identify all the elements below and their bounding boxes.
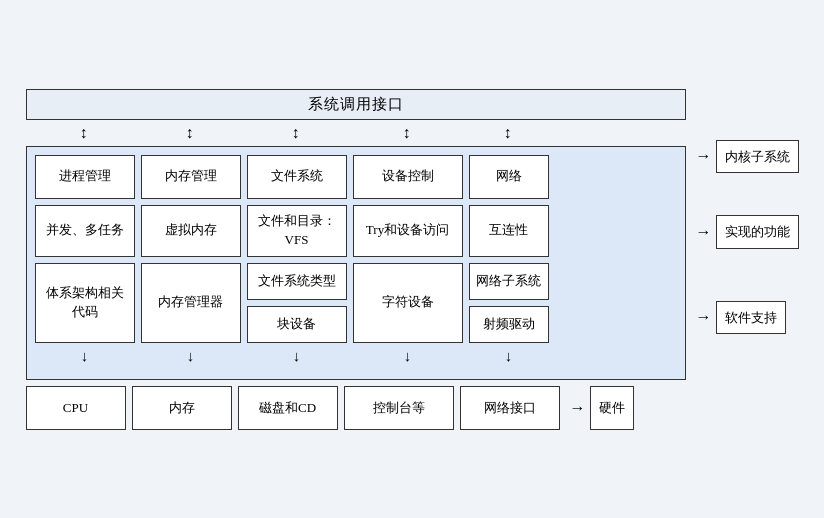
- cell-filesystem: 文件系统: [247, 155, 347, 199]
- right-label-sw: 软件支持: [696, 301, 799, 335]
- arrow-dev: [352, 120, 462, 146]
- right-label-impl: 实现的功能: [696, 215, 799, 249]
- arrow-dn-mem: [141, 347, 241, 367]
- cell-rf-driver: 射频驱动: [469, 306, 549, 343]
- cell-fs-types: 文件系统类型: [247, 263, 347, 300]
- cell-char-dev: 字符设备: [353, 263, 463, 343]
- arrow-dn-console: [353, 347, 463, 367]
- arrow-to-hardware: [570, 399, 586, 417]
- bottom-console: 控制台等: [344, 386, 454, 430]
- bottom-mem: 内存: [132, 386, 232, 430]
- cell-fs-types-group: 文件系统类型 块设备: [247, 263, 347, 343]
- arrow-net: [468, 120, 548, 146]
- bottom-cpu: CPU: [26, 386, 126, 430]
- row1: 进程管理 内存管理 文件系统 设备控制 网络: [35, 155, 677, 199]
- right-label-kernel: 内核子系统: [696, 140, 799, 174]
- arrow-fs: [246, 120, 346, 146]
- cell-mem-mgr: 内存管理器: [141, 263, 241, 343]
- arrow-proc: [34, 120, 134, 146]
- label-sw-support: 软件支持: [716, 301, 786, 335]
- hardware-group: 硬件: [570, 386, 634, 430]
- kernel-box: 进程管理 内存管理 文件系统 设备控制 网络 并发、多任务 虚拟内存 文件和目录…: [26, 146, 686, 380]
- cell-vfs: 文件和目录：VFS: [247, 205, 347, 257]
- arrow-dn-disk: [247, 347, 347, 367]
- cell-try-dev: Try和设备访问: [353, 205, 463, 257]
- cell-mem-mgmt: 内存管理: [141, 155, 241, 199]
- down-arrows-inner: [35, 347, 677, 367]
- bottom-cells: CPU 内存 磁盘和CD 控制台等 网络接口 硬件: [26, 386, 634, 430]
- bottom-netif: 网络接口: [460, 386, 560, 430]
- bottom-disk: 磁盘和CD: [238, 386, 338, 430]
- cell-network: 网络: [469, 155, 549, 199]
- cell-concurrency: 并发、多任务: [35, 205, 135, 257]
- bottom-row: CPU 内存 磁盘和CD 控制台等 网络接口 硬件: [26, 386, 634, 430]
- cell-virtual-mem: 虚拟内存: [141, 205, 241, 257]
- cell-arch-code: 体系架构相关代码: [35, 263, 135, 343]
- arrow-to-kernel: [696, 147, 712, 165]
- arrow-dn-cpu: [35, 347, 135, 367]
- label-kernel-subsys: 内核子系统: [716, 140, 799, 174]
- hardware-box: 硬件: [590, 386, 634, 430]
- cell-dev-ctrl: 设备控制: [353, 155, 463, 199]
- cell-net-subsys: 网络子系统: [469, 263, 549, 300]
- cell-process-mgmt: 进程管理: [35, 155, 135, 199]
- cell-block-dev: 块设备: [247, 306, 347, 343]
- label-impl-func: 实现的功能: [716, 215, 799, 249]
- arrow-mem: [140, 120, 240, 146]
- arrow-dn-netif: [469, 347, 549, 367]
- cell-interconnect: 互连性: [469, 205, 549, 257]
- right-labels: 内核子系统 实现的功能 软件支持: [686, 114, 799, 335]
- arrow-to-impl: [696, 223, 712, 241]
- row2: 并发、多任务 虚拟内存 文件和目录：VFS Try和设备访问 互连性: [35, 205, 677, 257]
- cell-net-group: 网络子系统 射频驱动: [469, 263, 549, 343]
- main-diagram: 系统调用接口 进程管理 内存管理 文件系统 设备控制 网络: [26, 89, 799, 430]
- row3: 体系架构相关代码 内存管理器 文件系统类型 块设备 字符设备 网络子系统 射频驱…: [35, 263, 677, 343]
- arrow-to-sw: [696, 308, 712, 326]
- syscall-bar: 系统调用接口: [26, 89, 686, 120]
